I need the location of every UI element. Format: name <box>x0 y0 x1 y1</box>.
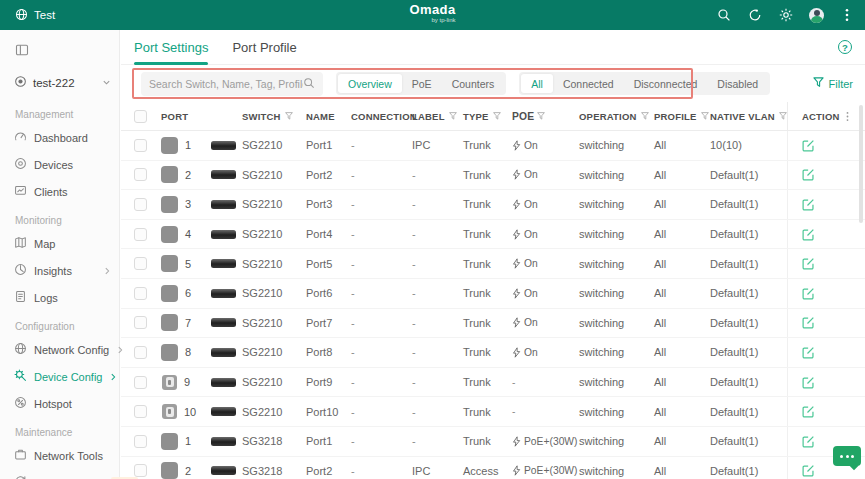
sidebar-collapse-button[interactable] <box>0 38 119 66</box>
help-icon[interactable]: ? <box>838 40 852 54</box>
row-checkbox[interactable] <box>134 435 147 448</box>
column-header-label: LABEL <box>412 111 463 122</box>
site-selector[interactable]: test-222 <box>0 66 119 99</box>
port-number: 3 <box>185 198 191 210</box>
port-name: Port4 <box>306 228 351 240</box>
operation-value: switching <box>579 317 654 329</box>
switch-name: SG3218 <box>242 465 306 477</box>
row-checkbox[interactable] <box>134 287 147 300</box>
sidebar-item-clients[interactable]: Clients <box>0 178 119 205</box>
tab-port-settings[interactable]: Port Settings <box>134 30 208 65</box>
type-value: Trunk <box>463 376 512 388</box>
sidebar-item-insights[interactable]: Insights <box>0 257 119 284</box>
poe-value: PoE+(30W) <box>512 436 579 447</box>
sidebar-item-hotspot[interactable]: Hotspot <box>0 390 119 417</box>
edit-button[interactable] <box>802 376 815 389</box>
sidebar-item-dashboard[interactable]: Dashboard <box>0 124 119 151</box>
filter-funnel-icon[interactable] <box>449 112 457 120</box>
table-row: 10SG2210Port10--Trunk-switchingAllDefaul… <box>121 397 865 427</box>
edit-button[interactable] <box>802 287 815 300</box>
edit-button[interactable] <box>802 139 815 152</box>
edit-button[interactable] <box>802 464 815 477</box>
filter-funnel-icon[interactable] <box>493 112 501 120</box>
search-input[interactable] <box>149 78 303 90</box>
topbar-actions <box>716 0 855 30</box>
segment-connected[interactable]: Connected <box>553 74 624 93</box>
row-checkbox[interactable] <box>134 464 147 477</box>
chat-feedback-button[interactable] <box>833 446 861 466</box>
poe-value: On <box>512 229 579 240</box>
poe-value: On <box>512 347 579 358</box>
sidebar-item-network-tools[interactable]: Network Tools <box>0 442 119 469</box>
filter-funnel-icon[interactable] <box>537 112 545 120</box>
port-icon <box>161 226 178 243</box>
edit-button[interactable] <box>802 168 815 181</box>
edit-button[interactable] <box>802 198 815 211</box>
row-checkbox[interactable] <box>134 257 147 270</box>
row-checkbox[interactable] <box>134 168 147 181</box>
row-checkbox[interactable] <box>134 198 147 211</box>
port-name: Port9 <box>306 376 351 388</box>
filter-funnel-icon[interactable] <box>641 112 649 120</box>
sidebar-item-map[interactable]: Map <box>0 230 119 257</box>
lightning-icon <box>512 317 521 328</box>
sidebar-item-devices[interactable]: Devices <box>0 151 119 178</box>
edit-button[interactable] <box>802 435 815 448</box>
sidebar-item-label: Dashboard <box>34 132 88 144</box>
filter-button[interactable]: Filter <box>813 77 853 90</box>
scrollbar-thumb[interactable] <box>859 105 863 223</box>
row-checkbox[interactable] <box>134 316 147 329</box>
sidebar-item-label: Insights <box>34 265 72 277</box>
poe-value: On <box>512 199 579 210</box>
segment-disabled[interactable]: Disabled <box>707 74 768 93</box>
port-name: Port8 <box>306 346 351 358</box>
row-checkbox[interactable] <box>134 228 147 241</box>
devices-icon <box>14 157 27 172</box>
lightning-icon <box>512 229 521 240</box>
edit-button[interactable] <box>802 405 815 418</box>
column-more-icon[interactable] <box>846 111 849 122</box>
filter-funnel-icon[interactable] <box>779 112 787 120</box>
filter-funnel-icon[interactable] <box>285 112 293 120</box>
more-icon[interactable] <box>839 7 855 23</box>
map-icon <box>14 236 27 251</box>
edit-button[interactable] <box>802 228 815 241</box>
edit-button[interactable] <box>802 257 815 270</box>
filter-funnel-icon[interactable] <box>701 112 709 120</box>
edit-button[interactable] <box>802 316 815 329</box>
segment-counters[interactable]: Counters <box>442 74 505 93</box>
avatar[interactable] <box>809 8 824 23</box>
refresh-icon[interactable] <box>747 7 763 23</box>
sidebar-item-device-config[interactable]: Device Config <box>0 363 119 390</box>
port-icon <box>161 137 178 154</box>
profile-value: All <box>654 406 710 418</box>
sidebar-item-network-config[interactable]: Network Config <box>0 336 119 363</box>
column-header-label: PROFILE <box>654 111 697 122</box>
row-checkbox[interactable] <box>134 376 147 389</box>
column-header-type: TYPE <box>463 111 512 122</box>
search-icon[interactable] <box>716 7 732 23</box>
sidebar-item-logs[interactable]: Logs <box>0 284 119 311</box>
select-all-checkbox[interactable] <box>134 110 147 123</box>
operation-value: switching <box>579 198 654 210</box>
row-checkbox[interactable] <box>134 405 147 418</box>
segment-disconnected[interactable]: Disconnected <box>624 74 708 93</box>
row-checkbox[interactable] <box>134 346 147 359</box>
row-checkbox[interactable] <box>134 139 147 152</box>
segment-all[interactable]: All <box>521 74 553 93</box>
table-row: 6SG2210Port6--TrunkOnswitchingAllDefault… <box>121 279 865 309</box>
table-header-row: PORTSWITCHNAMECONNECTIONLABELTYPEPOEOPER… <box>121 102 865 131</box>
settings-icon[interactable] <box>778 7 794 23</box>
switch-thumbnail <box>211 259 236 268</box>
edit-button[interactable] <box>802 346 815 359</box>
segment-overview[interactable]: Overview <box>338 74 402 93</box>
site-menu[interactable]: Test <box>0 8 55 23</box>
column-header-profile: PROFILE <box>654 111 710 122</box>
operation-value: switching <box>579 258 654 270</box>
sidebar-item-intellirecover[interactable]: IntelliRecoverBETA <box>0 469 119 479</box>
network-config-icon <box>14 342 27 357</box>
segment-poe[interactable]: PoE <box>402 74 442 93</box>
site-pin-icon <box>14 75 27 90</box>
label-value: IPC <box>412 465 463 477</box>
tab-port-profile[interactable]: Port Profile <box>232 30 296 65</box>
